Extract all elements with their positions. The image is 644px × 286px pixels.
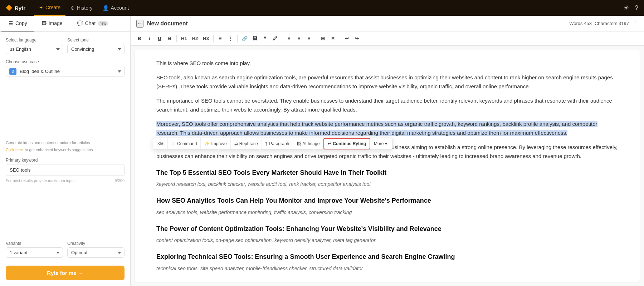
chat-icon: 💬 — [77, 20, 83, 26]
ft-more[interactable]: More ▾ — [370, 138, 391, 149]
document-title: New document — [147, 20, 569, 27]
keyword-link-suffix: to get enhanced keywords suggestions. — [25, 148, 94, 152]
nav-create[interactable]: ✦ Create — [34, 0, 65, 16]
top-navigation: 🔶 Rytr ✦ Create ⊙ History 👤 Account ☀ ? — [0, 0, 644, 16]
toolbar-sep-5 — [316, 35, 316, 42]
editor-toolbar: B I U S H1 H2 H3 ≡ ⋮ 🔗 🖼 ❝ 🖍 ≡ ≡ ≡ ⊞ ✕ ↩ — [131, 31, 644, 46]
h3-button[interactable]: H3 — [201, 34, 211, 43]
ft-paragraph-label: Paragraph — [269, 141, 289, 146]
editor-content[interactable]: This is where SEO tools come into play. … — [135, 50, 640, 282]
keyword-input[interactable] — [6, 164, 125, 176]
usecase-select[interactable]: Blog Idea & Outline — [6, 66, 125, 77]
nav-account[interactable]: 👤 Account — [98, 0, 134, 16]
subtitle-1: keyword research tool, backlink checker,… — [156, 180, 618, 189]
creativity-label: Creativity — [67, 241, 125, 246]
main-layout: ☰ Copy 🖼 Image 💬 Chat new Select languag… — [0, 16, 644, 286]
subnav-copy-label: Copy — [15, 20, 27, 26]
continue-icon: ↩ — [328, 141, 331, 146]
ft-improve[interactable]: ✨ Improve — [201, 138, 230, 149]
align-left-button[interactable]: ≡ — [284, 34, 294, 43]
sidebar: ☰ Copy 🖼 Image 💬 Chat new Select languag… — [0, 16, 131, 286]
ft-count: 356 — [155, 138, 168, 149]
h1-button[interactable]: H1 — [179, 34, 189, 43]
table-button[interactable]: ⊞ — [318, 34, 328, 43]
subnav-image-label: Image — [49, 20, 63, 26]
nav-account-label: Account — [111, 5, 129, 11]
italic-button[interactable]: I — [145, 34, 154, 43]
bold-button[interactable]: B — [135, 34, 144, 43]
back-button[interactable]: ← — [136, 20, 143, 28]
heading-4: Exploring Technical SEO Tools: Ensuring … — [156, 251, 618, 262]
redo-button[interactable]: ↪ — [352, 34, 362, 43]
keyword-meta-left: For best results provide maximum input — [6, 178, 75, 183]
variants-group: Variants 1 variant — [6, 241, 63, 258]
theme-toggle-button[interactable]: ☀ — [623, 4, 629, 12]
ft-paragraph[interactable]: ¶ Paragraph — [262, 138, 293, 149]
subnav-copy[interactable]: ☰ Copy — [1, 16, 34, 31]
variants-select[interactable]: 1 variant — [6, 247, 63, 258]
clear-format-button[interactable]: ✕ — [328, 34, 338, 43]
editor-header: ← New document Words 453 Characters 3197… — [131, 16, 644, 31]
ryte-for-me-button[interactable]: Ryte for me → — [6, 266, 125, 280]
intro-paragraph: This is where SEO tools come into play. — [156, 59, 618, 68]
p2-text: The importance of SEO tools cannot be ov… — [156, 98, 612, 113]
image-button[interactable]: 🖼 — [250, 34, 260, 43]
ft-improve-label: Improve — [211, 141, 226, 146]
history-icon: ⊙ — [70, 5, 75, 11]
ft-continue-ryting[interactable]: ↩ Continue Ryting — [323, 138, 370, 149]
chat-badge: new — [98, 21, 108, 26]
more-label: More — [374, 141, 384, 146]
ft-command-label: Command — [177, 141, 197, 146]
align-right-button[interactable]: ≡ — [304, 34, 314, 43]
p3-selected-text: Moreover, SEO tools offer comprehensive … — [156, 121, 597, 136]
h2-button[interactable]: H2 — [190, 34, 200, 43]
undo-button[interactable]: ↩ — [342, 34, 352, 43]
usecase-wrapper: B Blog Idea & Outline — [6, 66, 125, 77]
more-options-button[interactable]: ⋮ — [632, 20, 638, 28]
ft-ai-image[interactable]: 🖼 AI Image — [293, 138, 323, 149]
language-select[interactable]: us English — [6, 44, 63, 54]
help-button[interactable]: ? — [635, 4, 638, 12]
paragraph-2: The importance of SEO tools cannot be ov… — [156, 96, 618, 114]
paragraph-1: SEO tools, also known as search engine o… — [156, 73, 618, 91]
nav-history[interactable]: ⊙ History — [65, 0, 98, 16]
creativity-select[interactable]: Optimal — [67, 247, 125, 258]
rephrase-icon: ⇄ — [234, 141, 238, 146]
quote-button[interactable]: ❝ — [260, 34, 270, 43]
keyword-meta-right: 9/200 — [114, 178, 125, 183]
keyword-link-row: Click here to get enhanced keywords sugg… — [6, 146, 125, 153]
variants-label: Variants — [6, 241, 63, 246]
words-count: Words 453 — [569, 21, 592, 26]
underline-button[interactable]: U — [155, 34, 164, 43]
account-icon: 👤 — [103, 5, 109, 11]
keyword-label: Primary keyword — [6, 158, 125, 163]
paragraph-3-selected: Moreover, SEO tools offer comprehensive … — [156, 119, 618, 138]
topnav-right: ☀ ? — [623, 4, 638, 12]
ai-image-icon: 🖼 — [297, 141, 301, 146]
logo[interactable]: 🔶 Rytr — [6, 5, 25, 11]
p2-end: attract more qualified leads. — [291, 107, 357, 113]
subnav-image[interactable]: 🖼 Image — [34, 16, 70, 31]
strikethrough-button[interactable]: S — [165, 34, 174, 43]
keyword-enhance-link[interactable]: Click here — [6, 148, 23, 152]
bullet-list-button[interactable]: ≡ — [216, 34, 225, 43]
ft-rephrase[interactable]: ⇄ Rephrase — [231, 138, 262, 149]
link-button[interactable]: 🔗 — [240, 34, 250, 43]
chars-count: Characters 3197 — [595, 21, 629, 26]
variants-creativity-row: Variants 1 variant Creativity Optimal — [6, 241, 125, 258]
language-tone-row: Select language us English Select tone C… — [6, 38, 125, 54]
toolbar-sep-4 — [282, 35, 282, 42]
toolbar-sep-3 — [237, 35, 238, 42]
ft-continue-label: Continue Ryting — [333, 141, 366, 146]
command-icon: ⌘ — [171, 141, 176, 146]
chevron-down-icon: ▾ — [385, 141, 387, 146]
usecase-icon: B — [9, 68, 16, 75]
subnav-chat[interactable]: 💬 Chat new — [70, 16, 115, 31]
highlight-button[interactable]: 🖍 — [270, 34, 280, 43]
ordered-list-button[interactable]: ⋮ — [226, 34, 235, 43]
tone-select[interactable]: Convincing — [67, 44, 125, 54]
align-center-button[interactable]: ≡ — [294, 34, 304, 43]
toolbar-sep-6 — [340, 35, 340, 42]
ft-command[interactable]: ⌘ Command — [168, 138, 201, 149]
ft-ai-image-label: AI Image — [302, 141, 319, 146]
